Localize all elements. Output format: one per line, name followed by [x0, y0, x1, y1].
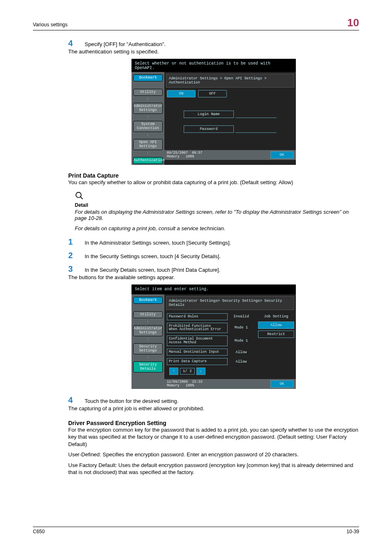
- step-4-pdc-sub: The capturing of a print job is either a…: [68, 405, 359, 412]
- setting-print-data-capture-value: Allow: [230, 360, 252, 364]
- login-name-button[interactable]: Login Name: [184, 111, 234, 118]
- detail-text-1: For details on displaying the Administra…: [75, 209, 359, 221]
- scr2-breadcrumb: Administrator Settings> Security Setting…: [166, 296, 294, 310]
- detail-label: Detail: [75, 202, 359, 208]
- sidebar-admin-settings[interactable]: Administrator Settings: [133, 325, 163, 336]
- scr2-topline: Select item and enter setting.: [131, 284, 296, 294]
- svg-point-0: [76, 192, 81, 198]
- step-3-pdc-sub: The buttons for the available settings a…: [68, 274, 359, 281]
- step-3-pdc: 3 In the Security Details screen, touch …: [68, 264, 359, 274]
- page-footer: C650 10-39: [0, 527, 392, 534]
- chevron-down-icon: ↓: [147, 319, 149, 324]
- setting-manual-destination-value: Allow: [230, 350, 252, 354]
- screenshot-security-details: Select item and enter setting. Bookmark …: [131, 284, 296, 389]
- scr2-sidebar: Bookmark Utility ↓ Administrator Setting…: [131, 294, 164, 389]
- sidebar-authentication[interactable]: Authentication: [133, 157, 163, 164]
- step-number: 4: [68, 39, 85, 48]
- step-4-pdc: 4 Touch the button for the desired setti…: [68, 395, 359, 405]
- sidebar-security-settings[interactable]: Security Settings: [133, 343, 163, 354]
- tab-on[interactable]: ON: [167, 90, 196, 97]
- scr1-topline: Select whether or not authentication is …: [131, 59, 296, 72]
- driver-p3: Use Factory Default: Uses the default en…: [68, 462, 359, 476]
- setting-prohibited-functions[interactable]: Prohibited Functions When Authentication…: [167, 323, 228, 333]
- driver-p2: User-Defined: Specifies the encryption p…: [68, 451, 359, 458]
- chevron-down-icon: ↓: [147, 115, 149, 119]
- driver-p1: For the encryption common key for the pa…: [68, 426, 359, 448]
- sidebar-system-connection[interactable]: System Connection: [133, 121, 163, 132]
- pager: ↑ 1/ 2 ↓: [167, 368, 256, 375]
- step-number: 4: [68, 395, 85, 405]
- sidebar-utility[interactable]: Utility: [133, 311, 163, 318]
- step-number: 3: [68, 264, 85, 274]
- step-text: Specify [OFF] for "Authentication".: [85, 41, 359, 47]
- ok-button[interactable]: OK: [270, 151, 293, 159]
- setting-print-data-capture[interactable]: Print Data Capture: [167, 358, 228, 365]
- svg-line-1: [81, 197, 83, 199]
- pager-down-button[interactable]: ↓: [196, 368, 205, 375]
- step-number: 2: [68, 251, 85, 260]
- footer-page: 10-39: [346, 529, 359, 534]
- sidebar-openapi-settings[interactable]: Open API Settings: [133, 139, 163, 150]
- chevron-down-icon: ↓: [147, 151, 149, 155]
- step-number: 1: [68, 237, 85, 247]
- tab-off[interactable]: OFF: [198, 90, 227, 97]
- restrict-button[interactable]: Restrict: [258, 331, 294, 338]
- header-section: Various settings: [33, 22, 347, 28]
- chevron-down-icon: ↓: [147, 133, 149, 137]
- password-value: [235, 125, 277, 133]
- sidebar-security-details[interactable]: Security Details: [133, 361, 163, 372]
- ok-button[interactable]: OK: [270, 380, 293, 388]
- magnifier-icon: [75, 191, 84, 200]
- heading-driver-password: Driver Password Encryption Setting: [68, 420, 359, 426]
- pager-page: 1/ 2: [180, 368, 195, 375]
- login-name-value: [235, 111, 277, 118]
- step-1-pdc: 1 In the Administrator Settings screen, …: [68, 237, 359, 247]
- sidebar-admin-settings[interactable]: Administrator Settings: [133, 103, 163, 114]
- step-2-pdc: 2 In the Security Settings screen, touch…: [68, 251, 359, 260]
- page-header: Various settings 10: [33, 16, 359, 30]
- job-setting-label: Job Setting: [258, 313, 294, 320]
- chevron-down-icon: ↓: [147, 355, 149, 360]
- sidebar-utility[interactable]: Utility: [133, 89, 163, 96]
- screenshot-authentication: Select whether or not authentication is …: [131, 59, 296, 165]
- setting-prohibited-functions-value: Mode 1: [230, 326, 252, 330]
- allow-button[interactable]: Allow: [258, 321, 294, 329]
- setting-password-rules[interactable]: Password Rules: [167, 313, 228, 320]
- heading-print-data-capture: Print Data Capture: [68, 172, 359, 179]
- step-4-auth: 4 Specify [OFF] for "Authentication".: [68, 39, 359, 48]
- setting-password-rules-value: Invalid: [230, 314, 252, 319]
- scr1-sidebar: Bookmark Utility ↓ Administrator Setting…: [131, 72, 164, 165]
- setting-manual-destination[interactable]: Manual Destination Input: [167, 349, 228, 356]
- step-text: In the Administrator Settings screen, to…: [85, 240, 359, 246]
- footer-model: C650: [33, 529, 346, 534]
- password-button[interactable]: Password: [184, 125, 234, 133]
- pdc-intro: You can specify whether to allow or proh…: [68, 179, 359, 186]
- setting-confidential-doc[interactable]: Confidential Document Access Method: [167, 335, 228, 346]
- pager-up-button[interactable]: ↑: [169, 368, 178, 375]
- chevron-down-icon: ↓: [147, 97, 149, 101]
- bookmark-button[interactable]: Bookmark: [133, 74, 163, 81]
- step-text: In the Security Details screen, touch [P…: [85, 267, 359, 273]
- step-text: Touch the button for the desired setting…: [85, 398, 359, 404]
- step-text: In the Security Settings screen, touch […: [85, 253, 359, 259]
- bookmark-button[interactable]: Bookmark: [133, 297, 163, 304]
- detail-block: Detail For details on displaying the Adm…: [75, 191, 359, 231]
- scr2-status: 11/09/2006 15:33 Memory 100%: [167, 380, 270, 388]
- scr1-breadcrumb: Administrator Settings > Open API Settin…: [166, 74, 294, 88]
- header-chapter: 10: [347, 16, 359, 29]
- detail-text-2: For details on capturing a print job, co…: [75, 225, 359, 231]
- chevron-down-icon: ↓: [147, 337, 149, 342]
- setting-confidential-doc-value: Mode 1: [230, 339, 252, 343]
- step-4-auth-sub: The authentication setting is specified.: [68, 48, 359, 56]
- scr1-status: 09/25/2007 09:57 Memory 100%: [167, 151, 270, 159]
